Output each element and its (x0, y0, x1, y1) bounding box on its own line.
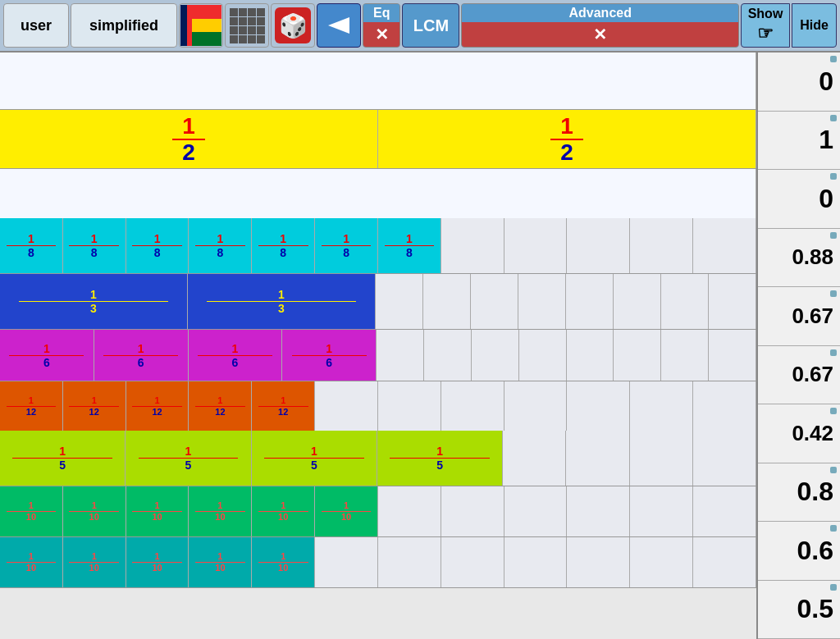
frac-cell-sixth-4[interactable]: 16 (282, 330, 377, 381)
value-0: 0 (819, 66, 833, 97)
frac-cell-eighth-7[interactable]: 18 (378, 218, 441, 273)
frac-cell-eighth-1[interactable]: 18 (0, 218, 63, 273)
frac-cell-fifth-3[interactable]: 15 (252, 431, 377, 486)
eq-x-button[interactable]: ✕ (363, 22, 399, 47)
fraction-row-6: 112 112 112 112 112 (0, 381, 756, 431)
frac-cell-third-1[interactable]: 13 (0, 274, 188, 329)
value-4: 0.67 (792, 304, 833, 329)
frac-cell-empty-5h (709, 330, 756, 381)
frac-cell-empty-4a (376, 274, 423, 329)
frac-cell-tenth2-5[interactable]: 110 (252, 537, 315, 587)
fraction-row-8: 110 110 110 110 110 110 (0, 486, 756, 537)
frac-cell-empty-6f (630, 381, 693, 431)
eq-group: Eq ✕ (363, 3, 400, 48)
frac-cell-sixth-1[interactable]: 16 (0, 330, 94, 381)
frac-cell-empty-3c (567, 218, 630, 273)
frac-cell-empty-9a (315, 537, 378, 587)
value-cell-0: 0 (758, 52, 840, 112)
frac-cell-empty-8d (567, 486, 630, 536)
fraction-row-0 (0, 52, 756, 110)
frac-cell-empty-9c (441, 537, 504, 587)
svg-rect-3 (180, 5, 187, 46)
frac-cell-empty-5e (567, 330, 614, 381)
frac-cell-empty-3e (693, 218, 756, 273)
lcm-label: LCM (413, 16, 449, 35)
fraction-grid: 1 2 1 2 18 18 (0, 52, 758, 639)
main-area: 1 2 1 2 18 18 (0, 52, 840, 639)
empty-cell (0, 52, 756, 109)
frac-cell-empty-8a (378, 486, 441, 536)
frac-cell-third-2[interactable]: 13 (188, 274, 376, 329)
frac-cell-twelfth-3[interactable]: 112 (126, 381, 189, 431)
user-button[interactable]: user (3, 3, 69, 48)
value-6: 0.42 (792, 421, 833, 446)
frac-cell-half-2[interactable]: 1 2 (378, 110, 756, 168)
svg-marker-5 (328, 17, 349, 34)
svg-rect-4 (187, 5, 192, 46)
frac-cell-fifth-1[interactable]: 15 (0, 431, 126, 486)
flag-icon-button[interactable] (179, 3, 223, 48)
dice-icon-button[interactable]: 🎲 (271, 3, 315, 48)
fraction-row-9: 110 110 110 110 110 (0, 537, 756, 588)
hide-label: Hide (800, 18, 829, 33)
frac-cell-fifth-4[interactable]: 15 (377, 431, 503, 486)
frac-cell-empty-3b (504, 218, 568, 273)
frac-cell-empty-7d (693, 431, 756, 486)
frac-cell-tenth-6[interactable]: 110 (315, 486, 378, 536)
frac-cell-empty-8f (693, 486, 756, 536)
frac-cell-tenth-2[interactable]: 110 (63, 486, 126, 536)
frac-cell-eighth-4[interactable]: 18 (189, 218, 252, 273)
simplified-button[interactable]: simplified (71, 3, 177, 48)
grid-icon (230, 8, 265, 43)
value-cell-6: 0.42 (758, 404, 840, 463)
cursor-hand-icon: ☞ (757, 23, 774, 44)
frac-cell-twelfth-2[interactable]: 112 (63, 381, 126, 431)
advanced-x-button[interactable]: ✕ (462, 22, 738, 47)
frac-cell-empty-9g (693, 537, 756, 587)
frac-cell-tenth2-2[interactable]: 110 (63, 537, 126, 587)
frac-cell-empty-4b (423, 274, 471, 329)
frac-cell-sixth-3[interactable]: 16 (189, 330, 283, 381)
frac-cell-empty-7a (503, 431, 566, 486)
show-button[interactable]: Show ☞ (741, 3, 790, 48)
frac-cell-eighth-3[interactable]: 18 (126, 218, 189, 273)
grid-icon-button[interactable] (225, 3, 269, 48)
hide-button[interactable]: Hide (792, 3, 837, 48)
frac-cell-half-1[interactable]: 1 2 (0, 110, 378, 168)
frac-cell-empty-6g (693, 381, 756, 431)
value-cell-4: 0.67 (758, 287, 840, 346)
frac-cell-empty-8e (630, 486, 693, 536)
frac-cell-empty-4c (471, 274, 518, 329)
value-1: 1 (819, 125, 833, 155)
frac-cell-sixth-2[interactable]: 16 (94, 330, 189, 381)
value-8: 0.6 (797, 536, 833, 566)
frac-cell-eighth-5[interactable]: 18 (252, 218, 315, 273)
frac-cell-empty-6a (315, 381, 378, 431)
frac-cell-tenth2-4[interactable]: 110 (189, 537, 252, 587)
dice-icon: 🎲 (275, 7, 311, 43)
frac-cell-twelfth-1[interactable]: 112 (0, 381, 63, 431)
frac-cell-twelfth-5[interactable]: 112 (252, 381, 315, 431)
frac-cell-tenth-3[interactable]: 110 (126, 486, 189, 536)
frac-cell-tenth2-3[interactable]: 110 (126, 537, 189, 587)
advanced-x-icon: ✕ (593, 25, 607, 44)
frac-cell-empty-4h (709, 274, 756, 329)
lcm-button[interactable]: LCM (402, 3, 459, 48)
frac-cell-tenth2-1[interactable]: 110 (0, 537, 63, 587)
frac-cell-empty-5a (377, 330, 424, 381)
frac-cell-eighth-2[interactable]: 18 (63, 218, 126, 273)
frac-cell-empty-9d (504, 537, 568, 587)
value-cell-1: 1 (758, 112, 840, 171)
frac-cell-empty-5f (614, 330, 661, 381)
frac-cell-tenth-1[interactable]: 110 (0, 486, 63, 536)
frac-cell-tenth-4[interactable]: 110 (189, 486, 252, 536)
frac-cell-twelfth-4[interactable]: 112 (189, 381, 252, 431)
frac-cell-empty-5d (519, 330, 567, 381)
frac-cell-empty-3d (630, 218, 693, 273)
eq-label: Eq (363, 4, 399, 22)
advanced-label: Advanced (462, 4, 738, 22)
arrow-left-button[interactable] (317, 3, 361, 48)
frac-cell-eighth-6[interactable]: 18 (315, 218, 378, 273)
frac-cell-fifth-2[interactable]: 15 (126, 431, 251, 486)
frac-cell-tenth-5[interactable]: 110 (252, 486, 315, 536)
